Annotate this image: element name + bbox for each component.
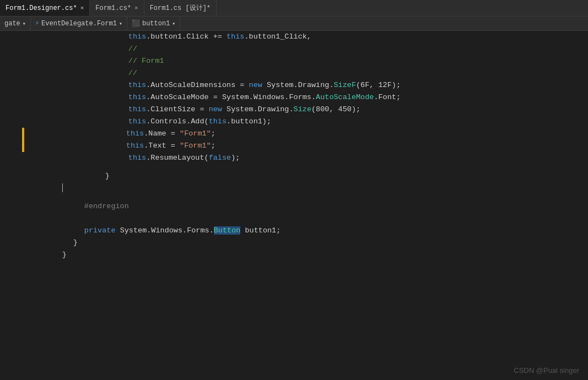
tab-label: Form1.Designer.cs* [6,4,77,12]
tab-close-icon[interactable]: × [134,5,138,12]
code-line: #endregion [0,200,588,213]
event-delegate-icon: ⚡ [35,19,39,28]
tab-form1-designer[interactable]: Form1.Designer.cs* × [0,0,90,16]
tab-close-icon[interactable]: × [80,5,84,12]
tab-label: Form1.cs [设计]* [150,3,211,13]
code-line: private System.Windows.Forms.Button butt… [0,225,588,237]
line-content: } [24,237,67,273]
tab-form1-cs[interactable]: Form1.cs* × [90,0,144,16]
dropdown-event-delegate[interactable]: ⚡ EventDelegate.Form1 ▾ [31,17,127,30]
chevron-down-icon: ▾ [172,20,175,27]
code-editor[interactable]: this.button1.Click += this.button1_Click… [0,31,588,363]
dropdown-button1[interactable]: ⬛ button1 ▾ [127,17,180,30]
chevron-down-icon: ▾ [119,20,122,27]
button-icon: ⬛ [132,19,140,28]
watermark: CSDN @Pual singer [514,366,579,374]
dropdown-button1-label: button1 [142,20,170,28]
dropdown-bar: gate ▾ ⚡ EventDelegate.Form1 ▾ ⬛ button1… [0,17,588,31]
tab-form1-design[interactable]: Form1.cs [设计]* [144,0,217,16]
dropdown-gate-label: gate [4,20,20,28]
code-line: } [0,237,588,249]
dropdown-event-delegate-label: EventDelegate.Form1 [41,20,117,28]
chevron-down-icon: ▾ [23,20,26,27]
code-content: this.button1.Click += this.button1_Click… [0,31,588,363]
code-line: } [0,249,588,261]
tab-bar: Form1.Designer.cs* × Form1.cs* × Form1.c… [0,0,588,17]
dropdown-gate[interactable]: gate ▾ [0,17,31,30]
code-line: } [0,176,588,188]
tab-label: Form1.cs* [95,4,131,12]
